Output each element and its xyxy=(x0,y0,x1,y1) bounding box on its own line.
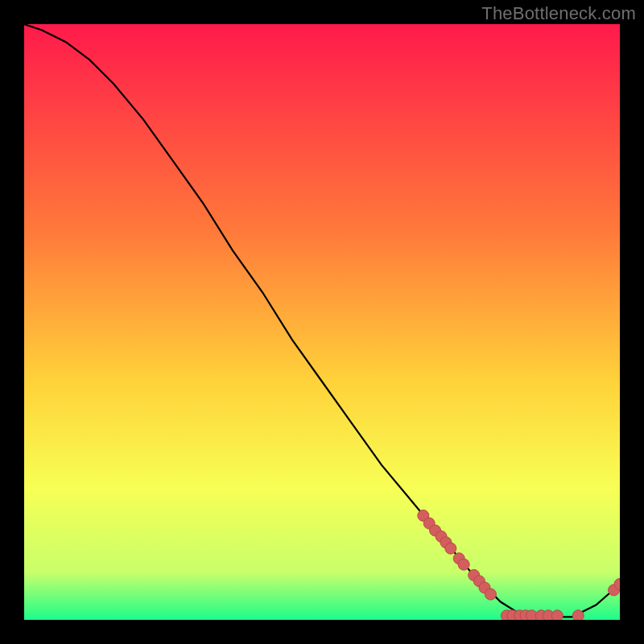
data-marker xyxy=(485,588,496,600)
chart-frame: TheBottleneck.com xyxy=(0,0,644,644)
plot-area xyxy=(24,24,620,620)
attribution-label: TheBottleneck.com xyxy=(481,3,636,24)
data-marker xyxy=(551,610,563,620)
gradient-background xyxy=(24,24,620,620)
bottleneck-chart xyxy=(24,24,620,620)
data-marker xyxy=(445,543,456,554)
data-marker xyxy=(572,610,584,620)
data-marker xyxy=(458,559,469,570)
